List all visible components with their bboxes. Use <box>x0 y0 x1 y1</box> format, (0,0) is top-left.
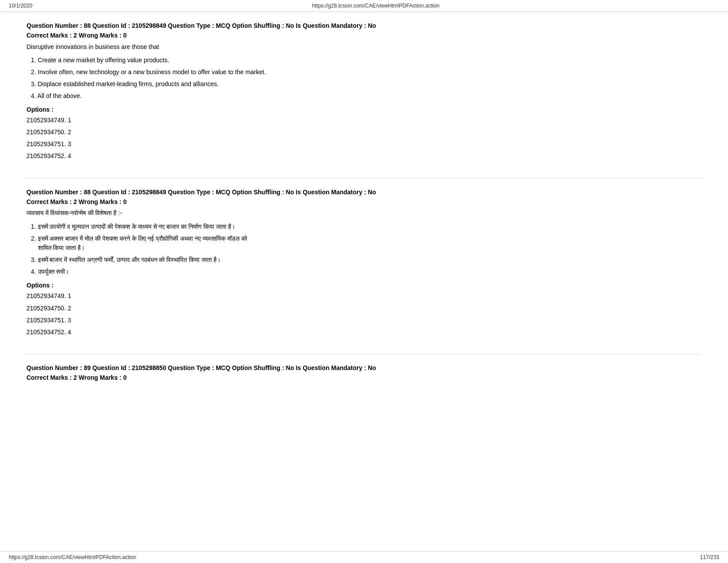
question-header-line1-89: Question Number : 89 Question Id : 21052… <box>26 364 376 371</box>
list-item: 2. Involve often, new technology or a ne… <box>31 68 702 77</box>
list-item: 21052934750. 2 <box>26 127 702 138</box>
question-text-88-hi: व्यवसाय में विध्वंसक-नवोन्मेष की विशेषता… <box>26 209 702 217</box>
options-label-88-en: Options : <box>26 106 702 113</box>
list-item: 3. इसमें बाजार में स्थापित अग्रणी फर्मों… <box>31 255 702 264</box>
bottom-bar: https://g28.tcsion.com/CAE/viewHtmlPDFAc… <box>0 551 728 563</box>
list-item: 3. Displace established market-leading f… <box>31 79 702 89</box>
list-item: 21052934749. 1 <box>26 291 702 302</box>
list-item: 2. इसमें अक्सर बाजार में मोल की पेशकश कर… <box>31 234 702 253</box>
question-header-89: Question Number : 89 Question Id : 21052… <box>26 363 702 383</box>
list-item: 21052934751. 3 <box>26 315 702 326</box>
question-header-line1-88-hi: Question Number : 88 Question Id : 21052… <box>26 189 376 196</box>
top-date: 10/1/2020 <box>9 3 32 9</box>
list-item: 4. All of the above. <box>31 91 702 101</box>
list-item: 4. उपर्युक्त सभी। <box>31 267 702 276</box>
question-items-88-hi: 1. इसमें उपयोगी व मूल्यवान उत्पादों की प… <box>26 222 702 276</box>
divider-2 <box>26 354 702 354</box>
list-item: 21052934750. 2 <box>26 303 702 314</box>
question-block-89: Question Number : 89 Question Id : 21052… <box>26 363 702 383</box>
question-items-88-en: 1. Create a new market by offering value… <box>26 56 702 101</box>
question-header-line2-88-hi: Correct Marks : 2 Wrong Marks : 0 <box>26 198 127 205</box>
option-values-88-hi: 21052934749. 1 21052934750. 2 2105293475… <box>26 291 702 338</box>
top-bar: 10/1/2020 https://g28.tcsion.com/CAE/vie… <box>0 0 728 12</box>
divider-1 <box>26 178 702 178</box>
bottom-page: 117/233 <box>700 554 719 560</box>
main-content: Question Number : 88 Question Id : 21052… <box>0 12 728 425</box>
question-block-88-en: Question Number : 88 Question Id : 21052… <box>26 21 702 162</box>
top-url: https://g28.tcsion.com/CAE/viewHtmlPDFAc… <box>312 3 439 9</box>
list-item: 21052934751. 3 <box>26 139 702 150</box>
list-item: 21052934752. 4 <box>26 327 702 338</box>
question-header-line2-89: Correct Marks : 2 Wrong Marks : 0 <box>26 374 127 381</box>
option-values-88-en: 21052934749. 1 21052934750. 2 2105293475… <box>26 115 702 162</box>
bottom-url: https://g28.tcsion.com/CAE/viewHtmlPDFAc… <box>9 554 136 560</box>
options-label-88-hi: Options : <box>26 282 702 289</box>
list-item: 21052934749. 1 <box>26 115 702 126</box>
question-header-88-hi: Question Number : 88 Question Id : 21052… <box>26 187 702 207</box>
list-item: 21052934752. 4 <box>26 151 702 162</box>
question-block-88-hi: Question Number : 88 Question Id : 21052… <box>26 187 702 338</box>
question-header-88-en: Question Number : 88 Question Id : 21052… <box>26 21 702 41</box>
question-header-line1-88-en: Question Number : 88 Question Id : 21052… <box>26 22 376 29</box>
list-item: 1. इसमें उपयोगी व मूल्यवान उत्पादों की प… <box>31 222 702 231</box>
question-header-line2-88-en: Correct Marks : 2 Wrong Marks : 0 <box>26 32 127 39</box>
question-text-88-en: Disruptive innovations in business are t… <box>26 43 702 50</box>
list-item: 1. Create a new market by offering value… <box>31 56 702 65</box>
